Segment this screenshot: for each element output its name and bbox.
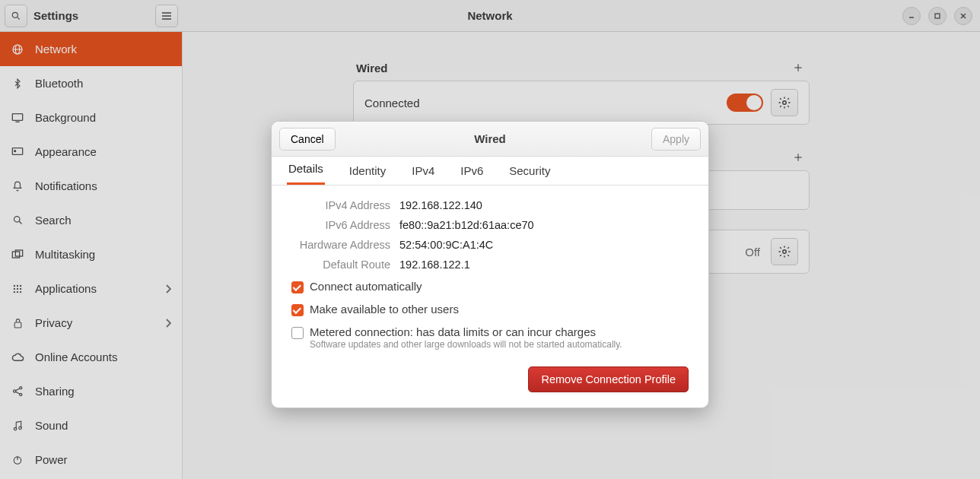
tab-ipv4[interactable]: IPv4 [410,158,436,185]
hw-label: Hardware Address [291,239,390,251]
kv-route: Default Route192.168.122.1 [291,259,689,271]
cancel-button[interactable]: Cancel [279,128,336,151]
ipv4-value: 192.168.122.140 [399,199,482,211]
remove-connection-button[interactable]: Remove Connection Profile [528,366,689,392]
check-share-row: Make available to other users [291,303,689,316]
metered-connection-sublabel: Software updates and other large downloa… [310,339,622,350]
route-value: 192.168.122.1 [399,259,470,271]
kv-ipv4: IPv4 Address192.168.122.140 [291,199,689,211]
connect-automatically-checkbox[interactable] [291,281,304,293]
available-to-others-checkbox[interactable] [291,304,304,316]
hw-value: 52:54:00:9C:A1:4C [399,239,493,251]
dialog-header: Cancel Wired Apply [272,122,708,157]
ipv6-value: fe80::9a21:b12d:61aa:ce70 [399,219,534,231]
tab-security[interactable]: Security [508,158,552,185]
check-metered-row: Metered connection: has data limits or c… [291,325,689,350]
metered-connection-checkbox[interactable] [291,327,304,339]
apply-button[interactable]: Apply [651,128,701,151]
kv-hardware: Hardware Address52:54:00:9C:A1:4C [291,239,689,251]
route-label: Default Route [291,259,390,271]
dialog-body: IPv4 Address192.168.122.140 IPv6 Address… [272,186,708,408]
available-to-others-label: Make available to other users [310,303,459,316]
tab-ipv6[interactable]: IPv6 [459,158,485,185]
ipv4-label: IPv4 Address [291,199,390,211]
connection-dialog: Cancel Wired Apply Details Identity IPv4… [271,121,709,408]
ipv6-label: IPv6 Address [291,219,390,231]
check-auto-row: Connect automatically [291,280,689,293]
dialog-tabs: Details Identity IPv4 IPv6 Security [272,157,708,186]
connect-automatically-label: Connect automatically [310,280,422,293]
tab-details[interactable]: Details [287,156,325,185]
metered-connection-label: Metered connection: has data limits or c… [310,325,622,338]
tab-identity[interactable]: Identity [348,158,387,185]
dialog-title: Wired [272,132,708,145]
kv-ipv6: IPv6 Addressfe80::9a21:b12d:61aa:ce70 [291,219,689,231]
